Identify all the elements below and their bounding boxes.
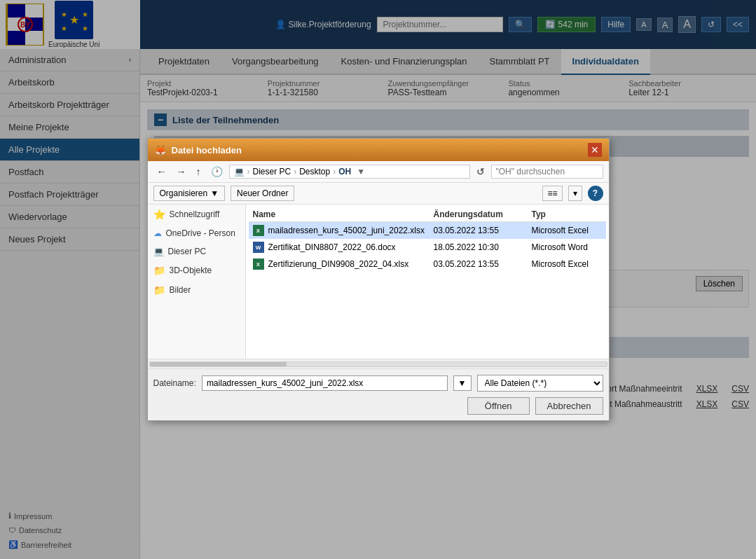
dialog-nav-toolbar: ← → ↑ 🕐 💻 › Dieser PC › Desktop › OH ▼ ↺ [148,161,609,183]
file-type-1: Microsoft Word [532,242,602,252]
dialog-title: 🦊 Datei hochladen [155,145,242,156]
dialog-title-text: Datei hochladen [172,145,242,156]
nav-up-button[interactable]: ↑ [193,164,205,179]
file-date-0: 03.05.2022 13:55 [434,226,532,235]
new-folder-button[interactable]: Neuer Ordner [231,186,294,201]
file-date-1: 18.05.2022 10:30 [434,242,532,252]
file-type-2: Microsoft Excel [532,259,602,269]
breadcrumb-arrow1: › [247,167,250,177]
filename-label: Dateiname: [153,378,196,388]
nav-recent-button[interactable]: 🕐 [207,164,226,179]
breadcrumb-arrow3: › [333,167,336,177]
cloud-icon: ☁ [153,228,162,238]
sidebar-bilder[interactable]: 📁 Bilder [148,280,245,300]
file-type-0: Microsoft Excel [532,226,602,235]
firefox-icon: 🦊 [155,145,166,156]
organizer-dropdown-icon: ▼ [210,188,219,198]
view-list-button[interactable]: ≡≡ [542,186,562,201]
bilder-label: Bilder [170,285,191,295]
dialog-search-input[interactable] [491,165,603,179]
sidebar-onedrive[interactable]: ☁ OneDrive - Person [148,224,245,242]
computer-icon: 💻 [153,247,164,256]
sidebar-dieser-pc[interactable]: 💻 Dieser PC [148,242,245,261]
file-name-2: Zertifizierung_DIN9908_2022_04.xlsx [268,259,409,269]
dialog-footer-row1: Dateiname: ▼ Alle Dateien (*.*) [153,375,603,392]
3d-objekte-label: 3D-Objekte [170,265,212,275]
col-date: Änderungsdatum [434,209,532,219]
open-button[interactable]: Öffnen [467,397,530,415]
sidebar-3d-objekte[interactable]: 📁 3D-Objekte [148,261,245,280]
star-icon: ⭐ [153,209,165,220]
word-icon-1: W [253,242,264,253]
file-date-2: 03.05.2022 13:55 [434,259,532,269]
dieser-pc-label: Dieser PC [168,247,207,256]
dialog-sidebar: ⭐ Schnellzugriff ☁ OneDrive - Person 💻 D… [148,205,246,359]
breadcrumb-folder: OH [338,167,351,177]
filetype-select[interactable]: Alle Dateien (*.*) [477,375,603,392]
file-name-cell-1: W Zertifikat_DIN8807_2022_06.docx [253,242,434,253]
onedrive-label: OneDrive - Person [166,228,235,238]
col-name: Name [253,209,434,219]
nav-refresh-button[interactable]: ↺ [473,164,488,179]
filename-input[interactable] [202,375,448,391]
file-name-cell-2: X Zertifizierung_DIN9908_2022_04.xlsx [253,258,434,270]
breadcrumb-arrow2: › [294,167,296,177]
dialog-footer-row2: Öffnen Abbrechen [153,397,603,415]
view-details-button[interactable]: ▾ [568,186,582,201]
file-list-header: Name Änderungsdatum Typ [249,207,606,222]
col-type: Typ [532,209,602,219]
dialog-close-button[interactable]: ✕ [588,143,602,157]
horizontal-scrollbar[interactable] [148,359,609,368]
file-name-cell-0: X mailadressen_kurs_45002_juni_2022.xlsx [253,225,434,236]
breadcrumb-dropdown-button[interactable]: ▼ [357,167,365,177]
nav-forward-button[interactable]: → [173,164,190,179]
file-item-2[interactable]: X Zertifizierung_DIN9908_2022_04.xlsx 03… [249,256,606,272]
file-name-1: Zertifikat_DIN8807_2022_06.docx [268,242,396,252]
folder-3d-icon: 📁 [153,265,165,276]
breadcrumb-pc-label: Dieser PC [253,167,291,177]
folder-bilder-icon: 📁 [153,284,165,296]
organizer-label: Organisieren [160,188,208,198]
dialog-body: ⭐ Schnellzugriff ☁ OneDrive - Person 💻 D… [148,205,609,359]
dialog-overlay: 🦊 Datei hochladen ✕ ← → ↑ 🕐 💻 › Dieser P… [0,0,756,559]
schnellzugriff-label: Schnellzugriff [170,209,220,219]
excel-icon-2: X [253,258,264,270]
breadcrumb-desktop: Desktop [299,167,330,177]
nav-back-button[interactable]: ← [153,164,170,179]
dialog-file-list: Name Änderungsdatum Typ X mailadressen_k… [246,205,609,359]
dialog-titlebar: 🦊 Datei hochladen ✕ [148,139,609,161]
file-item-0[interactable]: X mailadressen_kurs_45002_juni_2022.xlsx… [249,222,606,239]
file-name-0: mailadressen_kurs_45002_juni_2022.xlsx [268,226,425,235]
help-circle-button[interactable]: ? [588,186,603,201]
file-item-1[interactable]: W Zertifikat_DIN8807_2022_06.docx 18.05.… [249,239,606,256]
organizer-button[interactable]: Organisieren ▼ [153,186,226,201]
dialog-footer: Dateiname: ▼ Alle Dateien (*.*) Öffnen A… [148,368,609,420]
filename-dropdown-button[interactable]: ▼ [453,375,472,391]
cancel-button[interactable]: Abbrechen [535,397,603,415]
breadcrumb-pc: 💻 [234,167,245,177]
excel-icon-0: X [253,225,264,236]
dialog-secondary-toolbar: Organisieren ▼ Neuer Ordner ≡≡ ▾ ? [148,183,609,205]
sidebar-schnellzugriff[interactable]: ⭐ Schnellzugriff [148,205,245,224]
file-upload-dialog: 🦊 Datei hochladen ✕ ← → ↑ 🕐 💻 › Dieser P… [147,138,610,421]
breadcrumb: 💻 › Dieser PC › Desktop › OH ▼ [229,165,470,179]
